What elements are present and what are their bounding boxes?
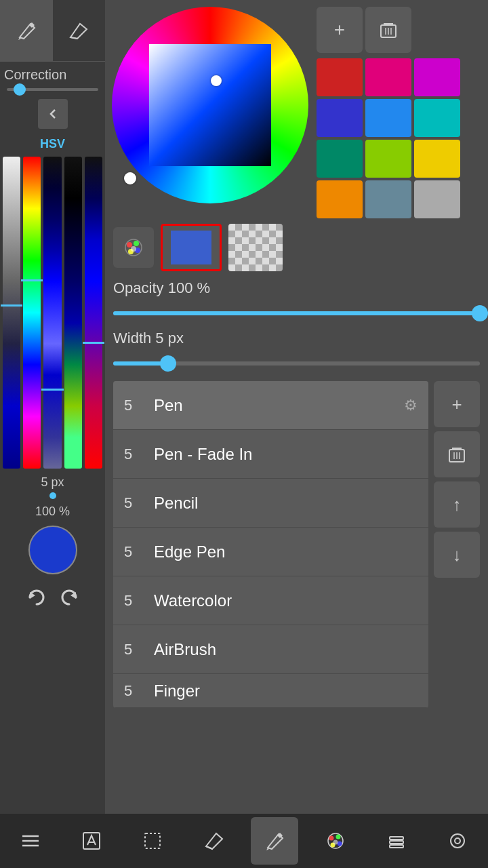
swatch-green[interactable] (365, 140, 411, 178)
transparent-color-box[interactable] (228, 224, 283, 271)
add-brush-button[interactable]: + (434, 381, 480, 427)
size-dot (49, 492, 56, 499)
svg-point-14 (131, 246, 136, 252)
undo-redo-row (24, 585, 81, 610)
strip-value[interactable] (3, 157, 20, 469)
opacity-track (113, 311, 480, 315)
current-color-inner (171, 231, 211, 264)
svg-point-11 (134, 241, 139, 246)
correction-thumb (14, 83, 26, 96)
swatch-slate[interactable] (365, 180, 411, 218)
tool-icons-row (0, 0, 105, 62)
gear-icon[interactable]: ⚙ (404, 397, 418, 414)
current-color-box[interactable] (161, 224, 222, 271)
svg-point-32 (338, 842, 342, 846)
swatch-cyan[interactable] (414, 99, 460, 137)
color-wheel-container[interactable] (112, 7, 308, 203)
pen-tool-button[interactable] (0, 0, 53, 61)
swatch-red[interactable] (317, 58, 363, 96)
palette-toolbar-button[interactable] (312, 817, 359, 865)
layers-toolbar-button[interactable] (373, 817, 420, 865)
svg-point-34 (333, 840, 338, 845)
swatch-gray[interactable] (414, 180, 460, 218)
svg-rect-37 (390, 845, 403, 848)
collapse-button[interactable] (38, 99, 68, 129)
svg-line-28 (206, 846, 213, 849)
brush-item-finger[interactable]: 5 Finger (113, 674, 428, 708)
brush-item-edge-pen[interactable]: 5 Edge Pen (113, 528, 428, 576)
brush-item-airbrush[interactable]: 5 AirBrush (113, 625, 428, 674)
edit-button[interactable] (68, 817, 115, 865)
move-brush-down-button[interactable]: ↓ (434, 532, 480, 578)
color-picker-dot-inner (211, 75, 222, 86)
size-label: 5 px (41, 475, 64, 490)
width-track (113, 361, 480, 366)
color-strips (0, 154, 105, 471)
delete-swatch-button[interactable] (365, 7, 411, 53)
svg-point-31 (336, 835, 341, 840)
brush-item-watercolor[interactable]: 5 Watercolor (113, 576, 428, 625)
opacity-label: 100 % (35, 505, 70, 519)
svg-rect-36 (390, 841, 403, 844)
swatch-light-blue[interactable] (365, 99, 411, 137)
color-preview-circle[interactable] (28, 526, 77, 574)
color-wheel-section: + (105, 0, 488, 218)
color-wheel[interactable] (112, 7, 308, 203)
left-sidebar: Correction HSV 5 px 100 % (0, 0, 105, 814)
brush-item-pen-fade-in[interactable]: 5 Pen - Fade In (113, 430, 428, 479)
swatch-pink[interactable] (365, 58, 411, 96)
hsv-label: HSV (40, 137, 65, 151)
width-slider-row[interactable] (105, 350, 488, 377)
swatch-panel: + (317, 7, 460, 218)
brush-list: 5 Pen ⚙ 5 Pen - Fade In 5 Pencil 5 Edge … (113, 381, 428, 708)
pen-toolbar-button[interactable] (251, 817, 298, 865)
redo-button[interactable] (57, 585, 81, 610)
swatch-grid (317, 58, 460, 218)
strip-blue[interactable] (85, 157, 102, 469)
svg-rect-35 (390, 837, 403, 840)
svg-point-10 (127, 242, 132, 248)
brush-actions: + ↑ ↓ (434, 381, 480, 708)
svg-point-30 (329, 836, 334, 841)
delete-brush-button[interactable] (434, 431, 480, 477)
opacity-fill (113, 311, 480, 315)
swatch-top-buttons: + (317, 7, 460, 53)
swatch-yellow[interactable] (414, 140, 460, 178)
selection-button[interactable] (129, 817, 176, 865)
color-mode-row (105, 218, 488, 277)
swatch-teal[interactable] (317, 140, 363, 178)
erase-button[interactable] (190, 817, 237, 865)
svg-point-39 (455, 838, 460, 844)
width-param-label: Width 5 px (105, 327, 488, 350)
brush-item-pen[interactable]: 5 Pen ⚙ (113, 381, 428, 430)
brush-item-pencil[interactable]: 5 Pencil (113, 479, 428, 528)
bottom-toolbar (0, 814, 488, 868)
correction-track (7, 88, 98, 91)
settings-toolbar-button[interactable] (434, 817, 481, 865)
svg-point-38 (451, 834, 464, 848)
move-brush-up-button[interactable]: ↑ (434, 481, 480, 528)
opacity-param-label: Opacity 100 % (105, 277, 488, 300)
main-area: + (105, 0, 488, 814)
strip-sat[interactable] (43, 157, 61, 469)
correction-slider[interactable] (0, 85, 105, 94)
svg-rect-27 (145, 833, 160, 848)
width-thumb[interactable] (160, 355, 176, 372)
opacity-slider-row[interactable] (105, 300, 488, 327)
swatch-magenta[interactable] (414, 58, 460, 96)
brush-section: 5 Pen ⚙ 5 Pen - Fade In 5 Pencil 5 Edge … (105, 377, 488, 712)
correction-label: Correction (0, 62, 105, 85)
palette-mode-button[interactable] (113, 227, 154, 268)
swatch-orange[interactable] (317, 180, 363, 218)
strip-green[interactable] (64, 157, 82, 469)
color-wheel-inner[interactable] (149, 44, 271, 166)
opacity-thumb[interactable] (472, 305, 488, 321)
swatch-blue[interactable] (317, 99, 363, 137)
strip-hue[interactable] (23, 157, 41, 469)
eraser-tool-button[interactable] (53, 0, 106, 61)
color-picker-dot-outer (124, 172, 136, 184)
add-swatch-button[interactable]: + (317, 7, 363, 53)
undo-button[interactable] (24, 585, 49, 610)
menu-button[interactable] (7, 817, 54, 865)
